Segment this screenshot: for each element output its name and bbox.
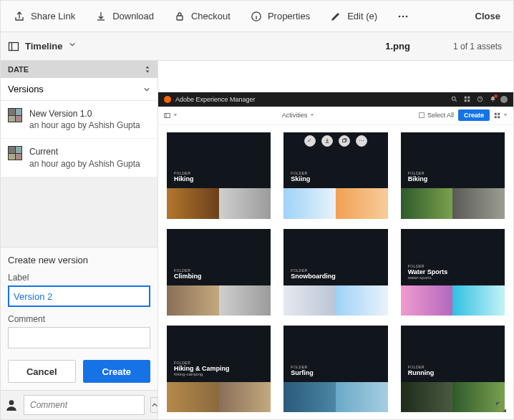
grid-icon — [463, 96, 470, 103]
properties-button[interactable]: Properties — [241, 1, 320, 31]
comment-bar — [1, 390, 157, 419]
more-icon: ⋯ — [356, 135, 367, 147]
select-all-checkbox: Select All — [419, 112, 454, 119]
svg-point-2 — [399, 15, 401, 17]
svg-rect-9 — [467, 97, 470, 99]
folder-card: FOLDERSurfing — [283, 326, 387, 412]
close-button[interactable]: Close — [465, 1, 510, 31]
folder-card: FOLDERWater Sportswater-sports — [401, 229, 505, 316]
timeline-sidebar: DATE Versions New Version 1.0 an hour ag… — [1, 61, 158, 419]
versions-dropdown[interactable]: Versions — [1, 78, 157, 101]
card-quick-actions: ✓ ⋯ — [283, 135, 387, 147]
svg-rect-10 — [464, 99, 466, 102]
create-version-panel: Create new version Label Comment Cancel … — [1, 247, 157, 390]
download-icon — [95, 11, 107, 22]
svg-rect-15 — [498, 112, 500, 114]
view-switch-icon — [494, 112, 508, 119]
label-field-label: Label — [8, 273, 150, 283]
version-subtitle: an hour ago by Ashish Gupta — [29, 119, 140, 131]
create-pill: Create — [458, 109, 490, 121]
copy-icon — [339, 135, 350, 147]
user-avatar-icon — [500, 96, 508, 103]
info-icon — [251, 11, 262, 22]
chevron-down-icon — [143, 86, 150, 93]
comment-input[interactable] — [8, 327, 150, 348]
version-item[interactable]: Current an hour ago by Ashish Gupta — [1, 139, 157, 177]
folder-card: FOLDERHiking & Campinghiking-camping — [167, 326, 271, 412]
comment-field-label: Comment — [8, 314, 150, 324]
more-icon — [397, 11, 409, 22]
chevron-down-icon — [69, 41, 80, 52]
checkout-label: Checkout — [191, 11, 231, 21]
svg-rect-13 — [165, 113, 170, 117]
date-header-label: DATE — [8, 65, 29, 74]
create-version-title: Create new version — [8, 255, 150, 265]
folder-card: FOLDERSkiing ✓ ⋯ — [283, 132, 387, 219]
svg-point-7 — [452, 97, 455, 101]
sort-icon — [145, 66, 150, 73]
svg-rect-16 — [495, 116, 497, 118]
asset-count: 1 of 1 assets — [453, 41, 502, 52]
label-input[interactable] — [8, 285, 150, 307]
folder-card: FOLDERClimbing — [167, 229, 271, 316]
download-button[interactable]: Download — [85, 1, 164, 31]
cancel-button[interactable]: Cancel — [8, 360, 76, 383]
version-subtitle: an hour ago by Ashish Gupta — [29, 158, 140, 170]
aem-toolbar: Activities Select All Create — [158, 107, 513, 125]
help-icon — [476, 96, 483, 103]
version-title: New Version 1.0 — [29, 108, 140, 119]
aem-banner: Adobe Experience Manager — [158, 92, 513, 107]
share-icon — [14, 11, 25, 22]
rail-icon — [8, 41, 19, 52]
sub-header: Timeline 1.png 1 of 1 assets — [1, 32, 513, 61]
user-icon — [5, 399, 18, 411]
close-label: Close — [475, 11, 500, 21]
fullscreen-button[interactable] — [495, 401, 508, 414]
rail-toggle-icon — [164, 112, 178, 119]
svg-rect-8 — [464, 97, 466, 99]
svg-point-4 — [406, 15, 408, 17]
checkout-button[interactable]: Checkout — [164, 1, 241, 31]
properties-label: Properties — [268, 11, 310, 21]
search-icon — [450, 96, 457, 103]
versions-label: Versions — [8, 84, 44, 94]
more-button[interactable] — [387, 1, 419, 31]
svg-rect-0 — [177, 16, 183, 20]
preview-image: Adobe Experience Manager Activities Sele… — [158, 92, 513, 419]
share-link-button[interactable]: Share Link — [4, 1, 85, 31]
svg-rect-17 — [498, 116, 500, 118]
svg-point-6 — [9, 400, 14, 405]
version-item[interactable]: New Version 1.0 an hour ago by Ashish Gu… — [1, 101, 157, 139]
comment-quick-input[interactable] — [24, 395, 145, 415]
folder-card: FOLDERSnowboarding — [283, 229, 387, 316]
share-link-label: Share Link — [31, 11, 75, 21]
date-header[interactable]: DATE — [1, 61, 157, 78]
version-title: Current — [29, 146, 140, 157]
svg-rect-14 — [495, 112, 497, 114]
asset-title: 1.png — [385, 41, 410, 52]
edit-button[interactable]: Edit (e) — [320, 1, 387, 31]
breadcrumb-activities: Activities — [282, 112, 315, 119]
timeline-dropdown[interactable]: Timeline — [8, 41, 80, 52]
check-icon: ✓ — [304, 135, 316, 147]
version-thumbnail — [8, 146, 22, 160]
download-icon — [321, 135, 333, 147]
adobe-logo-icon — [164, 96, 171, 103]
create-button[interactable]: Create — [83, 360, 151, 383]
folder-cards-grid: FOLDERHiking FOLDERSkiing ✓ ⋯ FO — [158, 125, 513, 419]
main-split: DATE Versions New Version 1.0 an hour ag… — [1, 61, 513, 419]
version-thumbnail — [8, 108, 22, 122]
folder-card: FOLDERRunning — [401, 326, 505, 412]
bell-icon — [489, 96, 496, 103]
asset-preview: Adobe Experience Manager Activities Sele… — [158, 61, 513, 419]
timeline-label: Timeline — [25, 41, 63, 52]
download-label: Download — [112, 11, 154, 21]
top-toolbar: Share Link Download Checkout Properties … — [1, 1, 513, 32]
edit-label: Edit (e) — [347, 11, 377, 21]
folder-card: FOLDERHiking — [167, 132, 271, 219]
svg-rect-11 — [467, 99, 470, 102]
svg-rect-18 — [343, 139, 346, 142]
product-name: Adobe Experience Manager — [175, 96, 256, 103]
pencil-icon — [330, 11, 341, 22]
folder-card: FOLDERBiking — [401, 132, 505, 219]
